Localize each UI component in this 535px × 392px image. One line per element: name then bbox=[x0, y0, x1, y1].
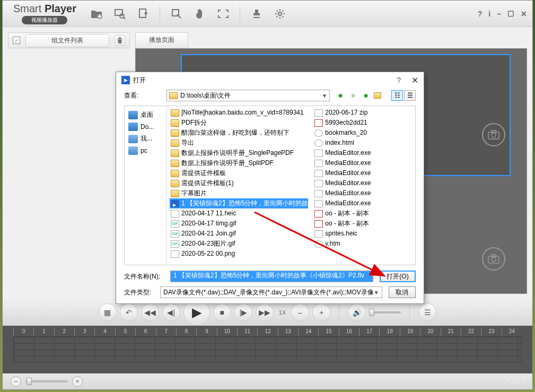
filename-input[interactable]: 1 【笑镇惊魂2】恐怖5分钟，逛街两小时的故事《小镇惊魂2》P2.flv bbox=[170, 271, 373, 282]
dialog-close-button[interactable]: ✕ bbox=[411, 75, 418, 85]
speed-label: 1X bbox=[279, 309, 286, 316]
help-button[interactable]: ? bbox=[478, 10, 483, 18]
zoom-slider[interactable] bbox=[25, 380, 68, 382]
file-item[interactable]: 5993ecb2dd21 bbox=[313, 118, 413, 128]
stamp-button[interactable] bbox=[247, 4, 266, 23]
file-item[interactable]: 2020-04-17 11.heic bbox=[170, 208, 308, 219]
crop-button[interactable] bbox=[167, 4, 186, 23]
volume-slider[interactable] bbox=[369, 311, 401, 313]
file-item[interactable]: 醋溜白菜这样做，好吃到爆，还特别下 bbox=[170, 128, 308, 138]
file-item[interactable]: 字幕图片 bbox=[170, 188, 308, 198]
snapshot-button-2[interactable] bbox=[482, 247, 505, 271]
settings-button[interactable] bbox=[270, 4, 290, 23]
file-item[interactable]: GIF2020-04-17 timg.gif bbox=[170, 219, 308, 229]
volume-button[interactable]: 🔊 bbox=[348, 303, 366, 321]
fullscreen-button[interactable] bbox=[214, 4, 233, 23]
file-item[interactable]: 2020-06-17 zip bbox=[313, 108, 413, 118]
file-item[interactable]: 需提供证件模板(1) bbox=[170, 178, 308, 188]
file-item[interactable]: v.htm bbox=[313, 239, 413, 249]
maximize-button[interactable]: ☐ bbox=[507, 10, 514, 18]
file-item[interactable]: oo - 副本 - 副本 bbox=[313, 219, 413, 229]
speed-down-button[interactable]: – bbox=[291, 303, 309, 321]
export-button[interactable] bbox=[134, 4, 153, 23]
place-item[interactable]: 桌面 bbox=[127, 109, 164, 121]
view-list-button[interactable]: ☷ bbox=[391, 90, 403, 101]
zoom-out-button[interactable]: – bbox=[11, 376, 21, 387]
dialog-icon: ▶ bbox=[121, 76, 130, 84]
file-item[interactable]: MediaEditor.exe bbox=[313, 158, 413, 168]
nav-forward-button[interactable]: ● bbox=[348, 90, 358, 101]
file-item[interactable]: 需提供证件模板 bbox=[170, 168, 308, 178]
file-item[interactable]: PDF拆分 bbox=[170, 118, 308, 128]
file-item[interactable]: sprites.heic bbox=[313, 229, 413, 239]
dialog-help-button[interactable]: ? bbox=[397, 76, 401, 84]
layout-button[interactable]: ▦ bbox=[99, 303, 117, 321]
svg-rect-12 bbox=[492, 255, 496, 257]
file-item[interactable]: 2020-05-22 00.png bbox=[170, 249, 308, 259]
nav-back-button[interactable]: ● bbox=[335, 90, 346, 101]
speed-up-button[interactable]: + bbox=[312, 303, 330, 321]
timeline: 0123456789101112131415161718192021222324 bbox=[3, 326, 532, 373]
zoom-in-button[interactable]: + bbox=[72, 376, 83, 387]
file-item[interactable]: GIF2020-04-21 Join.gif bbox=[170, 229, 308, 239]
nav-up-button[interactable]: ● bbox=[361, 90, 371, 101]
file-list[interactable]: [NoTitle]haokan.baidu.com_v_vid=8789341P… bbox=[167, 106, 415, 265]
file-item[interactable]: oo - 副本 - 副本 bbox=[313, 208, 413, 219]
file-item[interactable]: GIF2020-04-23图片.gif bbox=[170, 239, 308, 249]
file-item[interactable]: MediaEditor.exe bbox=[313, 188, 413, 198]
sidebar: ✓ 组文件列表 bbox=[8, 32, 130, 294]
file-item[interactable]: MediaEditor.exe bbox=[313, 168, 413, 178]
place-item[interactable]: Do... bbox=[127, 121, 164, 133]
filename-label: 文件名称(N): bbox=[124, 272, 164, 281]
close-button[interactable]: ✕ bbox=[521, 10, 527, 18]
file-open-dialog: ▶ 打开 ? ✕ 查看: D:\tools\桌面\文件 ▼ ● ● ● ☷ ☰ … bbox=[116, 72, 424, 304]
view-details-button[interactable]: ☰ bbox=[404, 90, 416, 101]
dropdown-arrow-icon: ▼ bbox=[374, 290, 379, 295]
svg-point-6 bbox=[278, 12, 282, 15]
stop-button[interactable]: ■ bbox=[213, 303, 231, 321]
file-item[interactable]: 导出 bbox=[170, 138, 308, 148]
dialog-footer: 文件名称(N): 1 【笑镇惊魂2】恐怖5分钟，逛街两小时的故事《小镇惊魂2》P… bbox=[116, 265, 424, 303]
file-item[interactable]: [NoTitle]haokan.baidu.com_v_vid=8789341 bbox=[170, 108, 308, 118]
dialog-titlebar: ▶ 打开 ? ✕ bbox=[116, 72, 424, 88]
file-item[interactable]: bookmarks_20 bbox=[313, 128, 413, 138]
svg-rect-9 bbox=[492, 130, 496, 133]
file-item[interactable]: index.html bbox=[313, 138, 413, 148]
file-item[interactable]: MediaEditor.exe bbox=[313, 178, 413, 188]
next-button[interactable]: ▶▶ bbox=[256, 303, 274, 321]
cancel-button[interactable]: 取消 bbox=[389, 286, 416, 298]
rewind-button[interactable]: ↶ bbox=[120, 303, 138, 321]
select-all-checkbox[interactable]: ✓ bbox=[13, 37, 20, 44]
track-grid[interactable] bbox=[13, 336, 522, 363]
sidebar-header: ✓ 组文件列表 bbox=[8, 32, 130, 48]
tab-play-page[interactable]: 播放页面 bbox=[135, 32, 188, 48]
search-button[interactable] bbox=[110, 4, 129, 23]
app-subtitle: 视频播放器 bbox=[22, 16, 67, 24]
step-fwd-button[interactable]: |▶ bbox=[234, 303, 252, 321]
new-folder-button[interactable] bbox=[373, 90, 384, 101]
step-back-button[interactable]: ◀| bbox=[162, 303, 180, 321]
filetype-combo[interactable]: DAV录像文件(*.dav);;DAV_录像文件(*.dav_);;AVI录像文… bbox=[160, 286, 382, 298]
titlebar: Smart Player 视频播放器 ? i – ☐ ✕ bbox=[3, 1, 532, 27]
add-file-button[interactable] bbox=[87, 4, 106, 23]
delete-button[interactable] bbox=[115, 35, 125, 46]
place-item[interactable]: 我... bbox=[127, 133, 164, 145]
look-in-label: 查看: bbox=[124, 91, 161, 100]
prev-button[interactable]: ◀◀ bbox=[141, 303, 159, 321]
info-button[interactable]: i bbox=[488, 10, 490, 18]
file-item[interactable]: 1 【笑镇惊魂2】恐怖5分钟，逛街两小时的故事《小镇惊魂2》P2.flv bbox=[170, 198, 308, 208]
file-item[interactable]: 数据上报操作说明手册_SinglePagePDF bbox=[170, 148, 308, 158]
path-combo[interactable]: D:\tools\桌面\文件 ▼ bbox=[166, 90, 330, 101]
file-item[interactable]: 数据上报操作说明手册_SplitPDF bbox=[170, 158, 308, 168]
snapshot-button-1[interactable] bbox=[482, 123, 505, 146]
open-button[interactable]: 打开(O) bbox=[380, 271, 416, 282]
dialog-nav: 查看: D:\tools\桌面\文件 ▼ ● ● ● ☷ ☰ bbox=[116, 88, 424, 103]
minimize-button[interactable]: – bbox=[497, 10, 501, 18]
file-item[interactable]: MediaEditor.exe bbox=[313, 198, 413, 208]
hand-button[interactable] bbox=[190, 4, 209, 23]
group-file-list-label[interactable]: 组文件列表 bbox=[25, 34, 109, 47]
list-button[interactable]: ☰ bbox=[418, 303, 436, 321]
file-item[interactable]: MediaEditor.exe bbox=[313, 148, 413, 158]
place-item[interactable]: pc bbox=[127, 145, 164, 156]
watermark: 下载吧 bbox=[501, 374, 530, 387]
